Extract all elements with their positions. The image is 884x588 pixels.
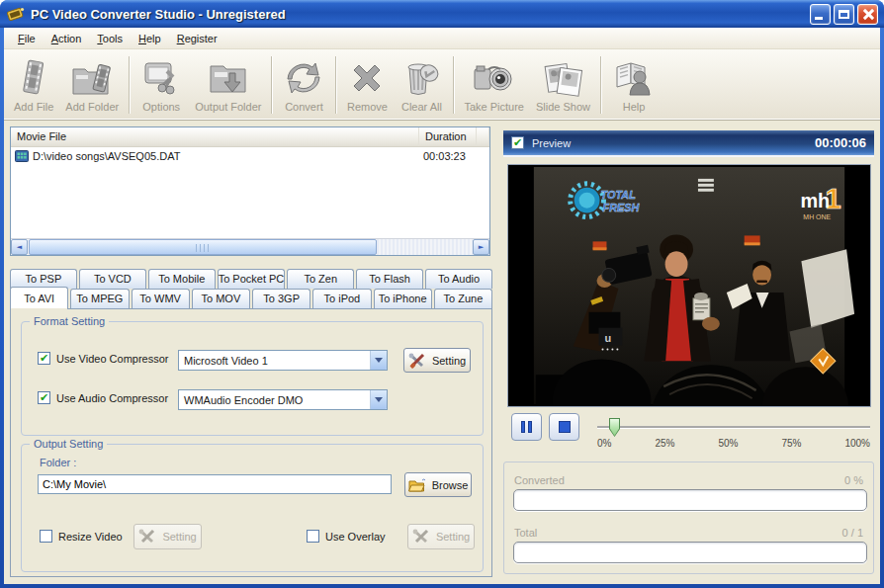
window-title: PC Video Converter Studio - Unregistered bbox=[31, 7, 807, 22]
preview-label: Preview bbox=[532, 137, 815, 149]
scrollbar-track[interactable] bbox=[377, 239, 473, 255]
output-setting-title: Output Setting bbox=[30, 438, 107, 450]
add-file-button[interactable]: Add File bbox=[8, 53, 59, 117]
tab-to-flash[interactable]: To Flash bbox=[356, 269, 423, 289]
scroll-right-icon[interactable]: ► bbox=[473, 239, 489, 255]
output-folder-button[interactable]: Output Folder bbox=[189, 53, 267, 117]
slider-track[interactable] bbox=[597, 426, 870, 428]
options-tools-icon bbox=[139, 56, 183, 100]
tab-to-zen[interactable]: To Zen bbox=[287, 269, 354, 289]
tab-to-mpeg[interactable]: To MPEG bbox=[70, 289, 129, 309]
slider-thumb[interactable] bbox=[609, 418, 620, 437]
format-setting-title: Format Setting bbox=[30, 315, 109, 327]
tab-to-zune[interactable]: To Zune bbox=[434, 289, 492, 309]
slide-show-button[interactable]: Slide Show bbox=[530, 53, 596, 117]
remove-button[interactable]: Remove bbox=[340, 53, 394, 117]
preview-checkbox[interactable]: ✔ bbox=[511, 136, 524, 149]
column-movie-file[interactable]: Movie File bbox=[11, 127, 419, 146]
minimize-button[interactable] bbox=[810, 4, 831, 25]
preview-time: 00:00:06 bbox=[815, 135, 866, 150]
video-logo-total: TOTAL bbox=[600, 189, 636, 201]
resize-setting-button[interactable]: Setting bbox=[133, 524, 202, 549]
video-codec-select[interactable]: Microsoft Video 1 bbox=[178, 350, 388, 371]
overlay-setting-button[interactable]: Setting bbox=[407, 524, 475, 549]
slider-tick-labels: 0% 25% 50% 75% 100% bbox=[597, 438, 870, 449]
toolbar: Add File Add Folder Options Output Folde bbox=[4, 49, 880, 121]
maximize-button[interactable] bbox=[834, 4, 854, 25]
tab-row-1: To PSP To VCD To Mobile To Pocket PC To … bbox=[10, 269, 492, 289]
client-area: File Action Tools Help Register Add File… bbox=[4, 28, 880, 584]
converted-row: Converted 0 % bbox=[514, 474, 863, 486]
tick-75: 75% bbox=[781, 438, 801, 449]
add-folder-button[interactable]: Add Folder bbox=[59, 53, 125, 117]
stop-button[interactable] bbox=[549, 413, 579, 441]
menu-help[interactable]: Help bbox=[131, 30, 169, 47]
tools-icon bbox=[408, 353, 426, 369]
list-header: Movie File Duration bbox=[11, 127, 489, 147]
app-icon bbox=[6, 5, 26, 23]
list-body: D:\video songs\AVSEQ05.DAT 00:03:23 bbox=[11, 147, 489, 238]
video-setting-button[interactable]: Setting bbox=[403, 348, 471, 373]
resize-video-checkbox[interactable] bbox=[40, 530, 52, 543]
tab-to-vcd[interactable]: To VCD bbox=[79, 269, 146, 289]
tab-to-mov[interactable]: To MOV bbox=[192, 289, 250, 309]
column-duration[interactable]: Duration bbox=[419, 127, 477, 146]
use-overlay-checkbox[interactable] bbox=[307, 530, 319, 543]
close-button[interactable] bbox=[857, 4, 878, 25]
seek-slider[interactable] bbox=[597, 418, 870, 438]
use-overlay-label: Use Overlay bbox=[325, 531, 386, 543]
video-logo-mh: mh bbox=[800, 190, 830, 211]
convert-button[interactable]: Convert bbox=[276, 53, 331, 117]
menu-action[interactable]: Action bbox=[44, 30, 90, 47]
file-duration: 00:03:23 bbox=[423, 150, 483, 162]
tab-to-audio[interactable]: To Audio bbox=[425, 269, 492, 289]
photos-icon bbox=[541, 56, 584, 100]
file-path: D:\video songs\AVSEQ05.DAT bbox=[33, 150, 423, 162]
horizontal-scrollbar[interactable]: ◄ ► bbox=[11, 238, 489, 255]
use-video-compressor-checkbox[interactable]: ✔ bbox=[38, 352, 50, 365]
video-codec-value: Microsoft Video 1 bbox=[179, 355, 370, 367]
total-value: 0 / 1 bbox=[842, 527, 863, 539]
tab-to-ipod[interactable]: To iPod bbox=[312, 289, 371, 309]
film-add-icon bbox=[14, 56, 53, 100]
chevron-down-icon[interactable] bbox=[370, 390, 387, 409]
menu-register[interactable]: Register bbox=[169, 30, 225, 47]
pause-button[interactable] bbox=[511, 413, 542, 441]
audio-codec-value: WMAudio Encoder DMO bbox=[179, 394, 370, 406]
use-video-compressor-row: ✔ Use Video Compressor bbox=[38, 352, 169, 365]
tab-to-pocket-pc[interactable]: To Pocket PC bbox=[218, 269, 286, 289]
browse-button[interactable]: Browse bbox=[404, 472, 472, 497]
video-frame-image: TOTAL FRESH 1 mh MH ONE u bbox=[508, 165, 870, 406]
video-preview[interactable]: TOTAL FRESH 1 mh MH ONE u bbox=[507, 164, 871, 407]
output-folder-input[interactable] bbox=[38, 474, 392, 494]
tab-to-iphone[interactable]: To iPhone bbox=[374, 289, 432, 309]
tab-to-3gp[interactable]: To 3GP bbox=[252, 289, 310, 309]
table-row[interactable]: D:\video songs\AVSEQ05.DAT 00:03:23 bbox=[11, 147, 489, 165]
check-icon: ✔ bbox=[513, 138, 522, 148]
menu-file[interactable]: File bbox=[10, 30, 44, 47]
options-button[interactable]: Options bbox=[133, 53, 189, 117]
take-picture-button[interactable]: Take Picture bbox=[458, 53, 530, 117]
tab-to-avi[interactable]: To AVI bbox=[10, 287, 68, 309]
converted-value: 0 % bbox=[844, 474, 863, 486]
tab-to-mobile[interactable]: To Mobile bbox=[148, 269, 216, 289]
scroll-left-icon[interactable]: ◄ bbox=[11, 239, 28, 255]
use-audio-compressor-checkbox[interactable]: ✔ bbox=[38, 391, 50, 404]
toolbar-separator bbox=[129, 56, 130, 114]
menu-tools[interactable]: Tools bbox=[89, 30, 131, 47]
use-audio-compressor-row: ✔ Use Audio Compressor bbox=[38, 391, 168, 404]
tab-to-wmv[interactable]: To WMV bbox=[132, 289, 190, 309]
svg-text:u: u bbox=[604, 332, 611, 344]
resize-video-row: Resize Video bbox=[40, 530, 123, 543]
check-icon: ✔ bbox=[40, 393, 48, 403]
tab-panel-to-avi: Format Setting ✔ Use Video Compressor Mi… bbox=[10, 308, 492, 577]
open-folder-icon bbox=[408, 477, 426, 493]
chevron-down-icon[interactable] bbox=[370, 351, 387, 370]
tab-to-psp[interactable]: To PSP bbox=[10, 269, 77, 289]
audio-codec-select[interactable]: WMAudio Encoder DMO bbox=[178, 389, 388, 410]
clear-all-button[interactable]: Clear All bbox=[394, 53, 449, 117]
help-button[interactable]: Help bbox=[605, 53, 663, 117]
scrollbar-thumb[interactable] bbox=[29, 239, 377, 255]
help-person-icon bbox=[611, 56, 657, 100]
folder-film-icon bbox=[69, 56, 115, 100]
